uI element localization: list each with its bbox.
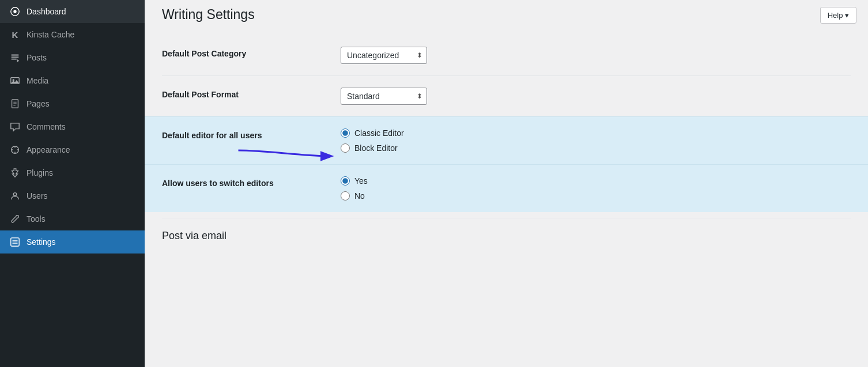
no-option[interactable]: No <box>341 191 851 200</box>
post-via-email-heading: Post via email <box>162 230 851 242</box>
yes-label: Yes <box>354 176 368 186</box>
sidebar-item-label: Plugins <box>27 168 53 177</box>
settings-content: Default Post Category Uncategorized Defa… <box>145 24 868 367</box>
sidebar-item-label: Users <box>27 191 48 200</box>
comments-icon <box>9 121 21 133</box>
default-post-format-row: Default Post Format Standard Aside Audio… <box>162 75 851 116</box>
default-editor-radio-group: Classic Editor Block Editor <box>341 128 851 153</box>
classic-editor-option[interactable]: Classic Editor <box>341 128 851 138</box>
default-post-category-label: Default Post Category <box>162 47 341 58</box>
dashboard-icon <box>9 6 21 17</box>
settings-icon <box>9 236 21 248</box>
classic-editor-label: Classic Editor <box>354 128 404 138</box>
sidebar-item-label: Appearance <box>27 145 70 154</box>
no-radio[interactable] <box>341 191 350 200</box>
sidebar-item-users[interactable]: Users <box>0 184 145 207</box>
main-content: Writing Settings Help ▾ Default Post Cat… <box>145 0 868 367</box>
sidebar-item-comments[interactable]: Comments <box>0 115 145 138</box>
sidebar-item-settings[interactable]: Settings <box>0 230 145 254</box>
pages-icon <box>9 98 21 109</box>
yes-radio[interactable] <box>341 176 350 186</box>
no-label: No <box>354 191 365 200</box>
block-editor-label: Block Editor <box>354 143 398 153</box>
sidebar-item-label: Dashboard <box>27 7 66 16</box>
sidebar-item-dashboard[interactable]: Dashboard <box>0 0 145 23</box>
allow-switch-radio-group: Yes No <box>341 176 851 200</box>
plugins-icon <box>9 167 21 179</box>
sidebar-item-media[interactable]: Media <box>0 69 145 92</box>
sidebar-item-kinsta-cache[interactable]: K Kinsta Cache <box>0 23 145 46</box>
default-post-category-control: Uncategorized <box>341 47 851 64</box>
sidebar-item-pages[interactable]: Pages <box>0 92 145 115</box>
sidebar: Dashboard K Kinsta Cache Posts Media Pag… <box>0 0 145 367</box>
posts-icon <box>9 52 21 63</box>
sidebar-item-label: Comments <box>27 122 66 131</box>
sidebar-item-posts[interactable]: Posts <box>0 46 145 69</box>
kinsta-icon: K <box>9 29 21 40</box>
sidebar-item-plugins[interactable]: Plugins <box>0 161 145 184</box>
media-icon <box>9 75 21 86</box>
block-editor-option[interactable]: Block Editor <box>341 143 851 153</box>
allow-switch-control: Yes No <box>341 176 851 200</box>
block-editor-radio[interactable] <box>341 143 350 153</box>
page-header: Writing Settings Help ▾ <box>145 0 868 24</box>
default-post-format-select-wrapper: Standard Aside Audio Chat Gallery Image … <box>341 88 427 105</box>
allow-switch-label: Allow users to switch editors <box>162 176 341 188</box>
sidebar-item-label: Kinsta Cache <box>27 30 74 39</box>
sidebar-item-label: Settings <box>27 237 56 247</box>
default-editor-row: Default editor for all users Classic Edi… <box>145 116 868 164</box>
default-post-category-select-wrapper: Uncategorized <box>341 47 427 64</box>
page-title: Writing Settings <box>162 7 255 22</box>
users-icon <box>9 190 21 202</box>
sidebar-item-appearance[interactable]: Appearance <box>0 138 145 161</box>
help-button[interactable]: Help ▾ <box>820 7 856 24</box>
default-post-category-row: Default Post Category Uncategorized <box>162 35 851 75</box>
default-editor-control: Classic Editor Block Editor <box>341 128 851 153</box>
default-post-format-label: Default Post Format <box>162 88 341 99</box>
classic-editor-radio[interactable] <box>341 128 350 138</box>
sidebar-item-label: Pages <box>27 99 50 108</box>
svg-point-1 <box>13 10 16 13</box>
allow-switch-row: Allow users to switch editors Yes No <box>145 164 868 212</box>
svg-point-6 <box>13 193 16 196</box>
sidebar-item-label: Posts <box>27 53 47 62</box>
default-post-category-select[interactable]: Uncategorized <box>341 47 427 64</box>
default-editor-label: Default editor for all users <box>162 128 341 140</box>
sidebar-item-tools[interactable]: Tools <box>0 207 145 230</box>
yes-option[interactable]: Yes <box>341 176 851 186</box>
annotation-arrow <box>231 139 338 162</box>
default-post-format-control: Standard Aside Audio Chat Gallery Image … <box>341 88 851 105</box>
tools-icon <box>9 213 21 225</box>
default-post-format-select[interactable]: Standard Aside Audio Chat Gallery Image … <box>341 88 427 105</box>
sidebar-item-label: Media <box>27 76 48 85</box>
appearance-icon <box>9 144 21 156</box>
sidebar-item-label: Tools <box>27 214 46 224</box>
post-via-email-section: Post via email <box>162 218 851 242</box>
